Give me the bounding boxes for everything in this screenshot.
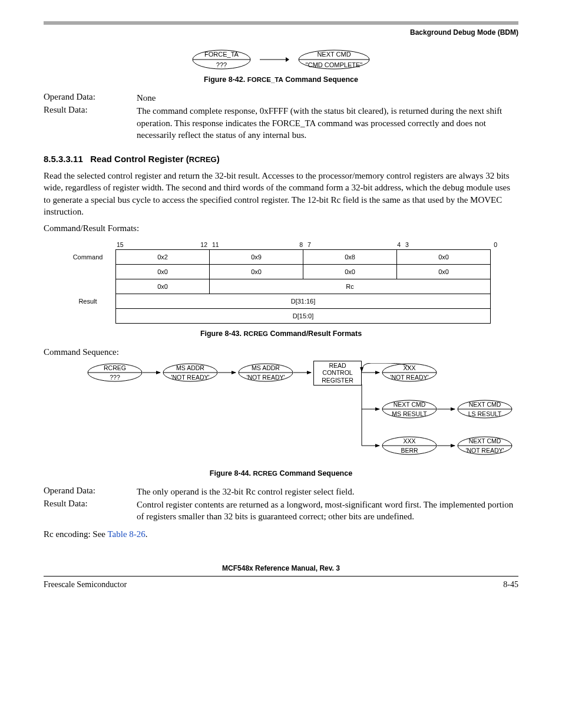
node-label: MS ADDR (163, 364, 218, 371)
node-value: 'NOT READY' (163, 374, 218, 381)
node-value: BERR (382, 447, 437, 454)
page-header: Background Debug Mode (BDM) (44, 28, 518, 37)
bit-cell: 0x0 (210, 265, 303, 279)
bit-header: 15 12 11 8 7 4 3 0 (114, 241, 518, 248)
node-label: MS ADDR (238, 364, 293, 371)
bit-cell: 0x0 (116, 265, 210, 279)
operand-label: Operand Data: (44, 486, 137, 498)
footer-line: Freescale Semiconductor 8-45 (44, 580, 518, 589)
footer-left: Freescale Semiconductor (44, 580, 127, 589)
rect-line: CONTROL (314, 369, 361, 376)
node-xxx-notready: XXX 'NOT READY' (382, 363, 437, 382)
node-rcreg: RCREG ??? (87, 363, 143, 382)
bit-cell: Rc (210, 279, 491, 294)
operand-data-row-2: Operand Data: The only operand is the 32… (44, 486, 518, 498)
rc-encoding-line: Rc encoding: See Table 8-26. (44, 528, 518, 540)
bit-cell: 0x0 (303, 265, 397, 279)
figure-43-caption: Figure 8-43. RCREG Command/Result Format… (44, 330, 518, 338)
section-heading: 8.5.3.3.11 Read Control Register (RCREG) (44, 154, 518, 164)
bit-cell: 0x8 (303, 250, 397, 265)
figure-42-diagram: FORCE_TA ??? NEXT CMD "CMD COMPLETE" (44, 50, 518, 70)
node-value: ??? (87, 374, 143, 381)
node-xxx-berr: XXX BERR (382, 436, 437, 455)
bit-cell: 0x0 (397, 265, 491, 279)
node-ms-addr-2: MS ADDR 'NOT READY' (238, 363, 293, 382)
node-value: LS RESULT (457, 410, 513, 417)
rect-line: READ (314, 362, 361, 369)
node-value: 'NOT READY' (457, 447, 513, 454)
figure-42-caption: Figure 8-42. FORCE_TA Command Sequence (44, 75, 518, 84)
row-label: Command (61, 250, 116, 265)
node-label: XXX (382, 437, 437, 444)
cs-label: Command Sequence: (44, 346, 518, 358)
bit-table: Command 0x2 0x9 0x8 0x0 0x0 0x0 0x0 0x0 … (61, 249, 491, 324)
bit-cell: 0x0 (397, 250, 491, 265)
footer-rule (44, 576, 518, 577)
node-ms-addr-1: MS ADDR 'NOT READY' (163, 363, 218, 382)
result-label: Result Data: (44, 499, 137, 523)
figure-44-caption: Figure 8-44. RCREG Command Sequence (44, 469, 518, 477)
bit-cell: 0x2 (116, 250, 210, 265)
node-next-ls: NEXT CMD LS RESULT (457, 400, 513, 419)
node-label: NEXT CMD (457, 401, 513, 408)
node-value: 'NOT READY' (382, 374, 437, 381)
arrow-icon (260, 57, 289, 62)
crf-label: Command/Result Formats: (44, 222, 518, 234)
bubble-value: "CMD COMPLETE" (298, 61, 370, 68)
result-label: Result Data: (44, 105, 137, 141)
figure-44-diagram: RCREG ??? MS ADDR 'NOT READY' MS ADDR 'N… (67, 363, 518, 463)
footer-right: 8-45 (503, 580, 518, 589)
node-value: 'NOT READY' (238, 374, 293, 381)
node-next-ms: NEXT CMD MS RESULT (382, 400, 437, 419)
node-label: XXX (382, 364, 437, 371)
node-read-control: READ CONTROL REGISTER (313, 361, 362, 386)
bubble-label: FORCE_TA (192, 51, 251, 58)
node-label: RCREG (87, 364, 143, 371)
row-label: Result (61, 294, 116, 309)
result-data-row: Result Data: The command complete respon… (44, 105, 518, 141)
bit-cell: 0x0 (116, 279, 210, 294)
footer-manual-title: MCF548x Reference Manual, Rev. 3 (44, 564, 518, 572)
result-data-row-2: Result Data: Control register contents a… (44, 499, 518, 523)
node-label: NEXT CMD (382, 401, 437, 408)
node-next-notready: NEXT CMD 'NOT READY' (457, 436, 513, 455)
result-value: Control register contents are returned a… (137, 499, 518, 523)
operand-value: The only operand is the 32-bit Rc contro… (137, 486, 518, 498)
operand-data-row: Operand Data: None (44, 92, 518, 104)
table-link[interactable]: Table 8-26 (107, 529, 145, 539)
bubble-label: NEXT CMD (298, 51, 370, 58)
svg-marker-3 (286, 57, 289, 62)
rect-line: REGISTER (314, 377, 361, 384)
result-value: The command complete response, 0xFFFF (w… (137, 105, 518, 141)
bit-cell: D[15:0] (116, 309, 491, 324)
section-body: Read the selected control register and r… (44, 170, 518, 218)
bit-table-wrap: 15 12 11 8 7 4 3 0 Command 0x2 0x9 0x8 0… (61, 241, 518, 324)
top-rule (44, 21, 518, 25)
node-value: MS RESULT (382, 410, 437, 417)
bubble-value: ??? (192, 61, 251, 68)
bubble-next-cmd: NEXT CMD "CMD COMPLETE" (298, 50, 370, 70)
node-label: NEXT CMD (457, 437, 513, 444)
bit-cell: D[31:16] (116, 294, 491, 309)
operand-value: None (137, 92, 518, 104)
bit-cell: 0x9 (210, 250, 303, 265)
operand-label: Operand Data: (44, 92, 137, 104)
bubble-force-ta: FORCE_TA ??? (192, 50, 251, 70)
